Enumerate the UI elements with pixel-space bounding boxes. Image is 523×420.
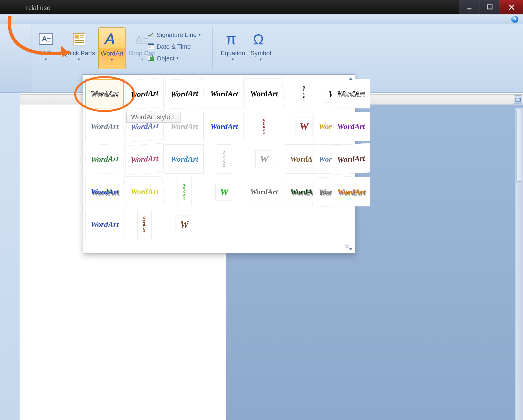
scroll-up-icon[interactable] [349,77,353,80]
wordart-style-w-5[interactable]: W [176,216,193,233]
wordart-style-1[interactable]: WordArt [85,79,124,108]
wordart-style-3[interactable]: WordArt [164,78,205,109]
omega-icon: Ω [252,29,270,49]
wordart-style-7[interactable]: WordArt [85,112,124,141]
svg-text:A: A [42,35,47,43]
ribbon-group-insert-extras: Signature Line ▾ 5 Date & Time Object ▾ [145,30,203,63]
wordart-style-vertical-2[interactable]: WordArt [257,112,271,141]
text-box-icon: A [39,29,53,49]
object-label: Object [157,55,175,62]
wordart-style-w-4[interactable]: W [215,183,233,201]
svg-text:Ω: Ω [253,31,264,47]
ribbon-left-pad [0,24,31,92]
tooltip-text: WordArt style 1 [131,113,176,121]
svg-rect-1 [487,5,492,9]
calendar-icon: 5 [147,42,155,51]
wordart-icon: A [103,30,121,49]
window-titlebar: rcial use [0,0,523,14]
dropdown-icon: ▾ [260,57,262,62]
text-box-label: Text Box [34,50,58,57]
tooltip: WordArt style 1 [126,112,180,122]
wordart-style-w-2[interactable]: W [295,118,313,135]
svg-rect-8 [75,35,79,39]
window-title: rcial use [26,4,50,12]
quick-parts-icon [72,29,86,49]
dropdown-icon: ▾ [232,57,234,62]
ruler-toggle-icon [515,97,521,102]
signature-line-label: Signature Line [157,31,197,39]
dropdown-icon: ▾ [141,57,143,62]
dropdown-icon: ▾ [177,56,178,61]
pi-icon: π [224,29,242,49]
object-button[interactable]: Object ▾ [145,54,203,63]
wordart-style-vertical-1[interactable]: WordArt [297,79,311,108]
help-icon[interactable]: ? [511,16,518,23]
help-bar: ? [0,14,523,24]
wordart-style-w-3[interactable]: W [255,150,273,168]
wordart-style-14[interactable]: WordArt [125,143,164,175]
equation-button[interactable]: π Equation ▾ [219,27,247,69]
window-controls [459,0,523,14]
wordart-style-10[interactable]: WordArt [205,112,244,141]
wordart-style-13[interactable]: WordArt [85,144,125,174]
scrollbar-thumb[interactable] [516,110,522,182]
vertical-scrollbar[interactable] [515,108,523,420]
gallery-resize-handle[interactable] [346,245,352,251]
wordart-style-4[interactable]: WordArt [205,79,244,108]
svg-text:5: 5 [149,45,151,49]
dropdown-icon: ▾ [78,57,80,62]
equation-label: Equation [221,50,245,57]
date-time-label: Date & Time [157,43,191,50]
wordart-style-vertical-3[interactable]: WordArt [217,144,231,174]
symbol-button[interactable]: Ω Symbol ▾ [248,27,273,69]
wordart-style-25[interactable]: WordArt [85,210,124,239]
wordart-style-19[interactable]: WordArt [85,177,124,206]
wordart-button[interactable]: A WordArt ▾ [98,27,126,69]
ribbon-group-symbols: π Equation ▾ Ω Symbol ▾ [212,27,273,69]
dropdown-icon: ▾ [45,57,47,62]
wordart-style-2[interactable]: WordArt [125,78,164,110]
dropdown-icon: ▾ [111,57,113,62]
ribbon-group-text: A Text Box ▾ Quick Parts ▾ A WordArt ▾ A… [32,27,158,69]
maximize-button[interactable] [479,0,499,14]
minimize-button[interactable] [459,0,479,14]
wordart-style-21[interactable]: WordArt [245,177,283,206]
wordart-style-vertical-4[interactable]: WordArt [177,177,192,206]
svg-rect-24 [150,57,154,61]
close-button[interactable] [499,0,523,14]
quick-parts-label: Quick Parts [63,50,95,57]
signature-icon [147,31,155,40]
wordart-style-5[interactable]: WordArt [243,78,285,109]
text-box-button[interactable]: A Text Box ▾ [32,27,60,69]
gallery-scrollbar[interactable] [347,77,354,250]
symbol-label: Symbol [250,50,271,57]
wordart-style-15[interactable]: WordArt [165,144,204,174]
ruler-toggle-button[interactable] [514,95,522,104]
svg-text:A: A [136,34,142,44]
object-icon [147,54,155,63]
date-time-button[interactable]: 5 Date & Time [145,42,203,52]
wordart-gallery: WordArtWordArtWordArtWordArtWordArtWordA… [83,74,355,253]
wordart-label: WordArt [101,50,123,57]
dropdown-icon: ▾ [199,33,201,37]
quick-parts-button[interactable]: Quick Parts ▾ [61,27,97,69]
signature-line-button[interactable]: Signature Line ▾ [145,30,203,40]
svg-rect-0 [467,8,471,9]
svg-text:π: π [226,31,236,48]
wordart-style-vertical-5[interactable]: WordArt [137,210,152,239]
svg-text:A: A [104,30,115,47]
wordart-style-20[interactable]: WordArt [124,176,165,207]
